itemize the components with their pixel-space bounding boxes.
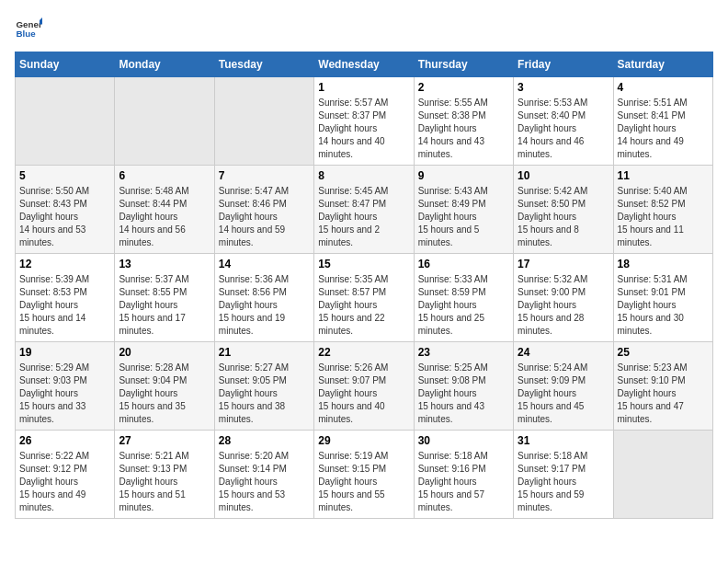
day-number: 3 — [518, 81, 609, 94]
day-number: 14 — [219, 258, 310, 270]
calendar-cell: 18Sunrise: 5:31 AMSunset: 9:01 PMDayligh… — [613, 254, 712, 342]
day-number: 8 — [318, 169, 409, 182]
calendar-cell: 20Sunrise: 5:28 AMSunset: 9:04 PMDayligh… — [115, 342, 214, 431]
calendar-cell: 1Sunrise: 5:57 AMSunset: 8:37 PMDaylight… — [314, 77, 414, 166]
calendar-cell: 11Sunrise: 5:40 AMSunset: 8:52 PMDayligh… — [613, 166, 712, 254]
calendar-cell: 6Sunrise: 5:48 AMSunset: 8:44 PMDaylight… — [115, 166, 214, 254]
day-info: Sunrise: 5:45 AMSunset: 8:47 PMDaylight … — [318, 185, 409, 249]
day-number: 13 — [119, 258, 210, 270]
day-number: 24 — [518, 346, 609, 359]
day-info: Sunrise: 5:29 AMSunset: 9:03 PMDaylight … — [19, 362, 110, 426]
day-number: 9 — [418, 169, 509, 182]
day-number: 20 — [119, 346, 210, 359]
logo-icon: General Blue — [15, 15, 42, 42]
day-info: Sunrise: 5:23 AMSunset: 9:10 PMDaylight … — [618, 362, 709, 426]
day-number: 15 — [318, 258, 409, 270]
calendar-cell: 8Sunrise: 5:45 AMSunset: 8:47 PMDaylight… — [314, 166, 414, 254]
day-number: 17 — [518, 258, 609, 270]
day-number: 7 — [219, 169, 310, 182]
calendar-cell: 4Sunrise: 5:51 AMSunset: 8:41 PMDaylight… — [613, 77, 712, 166]
calendar-week-4: 19Sunrise: 5:29 AMSunset: 9:03 PMDayligh… — [16, 342, 713, 431]
day-info: Sunrise: 5:48 AMSunset: 8:44 PMDaylight … — [119, 185, 210, 249]
day-number: 28 — [219, 434, 310, 447]
calendar-cell: 2Sunrise: 5:55 AMSunset: 8:38 PMDaylight… — [414, 77, 513, 166]
day-number: 4 — [618, 81, 709, 94]
day-info: Sunrise: 5:32 AMSunset: 9:00 PMDaylight … — [518, 273, 609, 338]
calendar-cell: 12Sunrise: 5:39 AMSunset: 8:53 PMDayligh… — [16, 254, 115, 342]
calendar-cell: 15Sunrise: 5:35 AMSunset: 8:57 PMDayligh… — [314, 254, 414, 342]
calendar-cell: 26Sunrise: 5:22 AMSunset: 9:12 PMDayligh… — [16, 431, 115, 519]
day-info: Sunrise: 5:43 AMSunset: 8:49 PMDaylight … — [418, 185, 509, 249]
day-number: 1 — [318, 81, 409, 94]
day-number: 27 — [119, 434, 210, 447]
svg-text:Blue: Blue — [17, 29, 37, 39]
day-number: 30 — [418, 434, 509, 447]
calendar-cell: 24Sunrise: 5:24 AMSunset: 9:09 PMDayligh… — [514, 342, 613, 431]
day-info: Sunrise: 5:57 AMSunset: 8:37 PMDaylight … — [318, 97, 409, 161]
calendar-cell: 23Sunrise: 5:25 AMSunset: 9:08 PMDayligh… — [414, 342, 513, 431]
calendar-cell: 7Sunrise: 5:47 AMSunset: 8:46 PMDaylight… — [214, 166, 313, 254]
calendar-week-2: 5Sunrise: 5:50 AMSunset: 8:43 PMDaylight… — [16, 166, 713, 254]
day-number: 19 — [19, 346, 110, 359]
day-info: Sunrise: 5:47 AMSunset: 8:46 PMDaylight … — [219, 185, 310, 249]
logo: General Blue — [15, 15, 42, 42]
calendar-cell: 13Sunrise: 5:37 AMSunset: 8:55 PMDayligh… — [115, 254, 214, 342]
day-info: Sunrise: 5:22 AMSunset: 9:12 PMDaylight … — [19, 450, 110, 514]
calendar-cell: 31Sunrise: 5:18 AMSunset: 9:17 PMDayligh… — [514, 431, 613, 519]
day-number: 6 — [119, 169, 210, 182]
calendar-cell: 17Sunrise: 5:32 AMSunset: 9:00 PMDayligh… — [514, 254, 613, 342]
calendar-cell: 19Sunrise: 5:29 AMSunset: 9:03 PMDayligh… — [16, 342, 115, 431]
day-info: Sunrise: 5:53 AMSunset: 8:40 PMDaylight … — [518, 97, 609, 161]
day-info: Sunrise: 5:31 AMSunset: 9:01 PMDaylight … — [618, 273, 709, 338]
day-number: 23 — [418, 346, 509, 359]
day-info: Sunrise: 5:24 AMSunset: 9:09 PMDaylight … — [518, 362, 609, 426]
calendar-cell: 3Sunrise: 5:53 AMSunset: 8:40 PMDaylight… — [514, 77, 613, 166]
calendar-cell — [16, 77, 115, 166]
calendar-cell: 10Sunrise: 5:42 AMSunset: 8:50 PMDayligh… — [514, 166, 613, 254]
day-info: Sunrise: 5:50 AMSunset: 8:43 PMDaylight … — [19, 185, 110, 249]
svg-text:General: General — [17, 19, 43, 29]
calendar-header-saturday: Saturday — [613, 52, 712, 77]
calendar-header-row: SundayMondayTuesdayWednesdayThursdayFrid… — [16, 52, 713, 77]
calendar-cell: 16Sunrise: 5:33 AMSunset: 8:59 PMDayligh… — [414, 254, 513, 342]
day-number: 31 — [518, 434, 609, 447]
day-info: Sunrise: 5:26 AMSunset: 9:07 PMDaylight … — [318, 362, 409, 426]
calendar-cell: 21Sunrise: 5:27 AMSunset: 9:05 PMDayligh… — [214, 342, 313, 431]
calendar-cell: 22Sunrise: 5:26 AMSunset: 9:07 PMDayligh… — [314, 342, 414, 431]
day-number: 25 — [618, 346, 709, 359]
calendar-cell: 5Sunrise: 5:50 AMSunset: 8:43 PMDaylight… — [16, 166, 115, 254]
day-info: Sunrise: 5:18 AMSunset: 9:16 PMDaylight … — [418, 450, 509, 514]
calendar-cell: 28Sunrise: 5:20 AMSunset: 9:14 PMDayligh… — [214, 431, 313, 519]
day-info: Sunrise: 5:25 AMSunset: 9:08 PMDaylight … — [418, 362, 509, 426]
calendar-cell: 29Sunrise: 5:19 AMSunset: 9:15 PMDayligh… — [314, 431, 414, 519]
day-number: 18 — [618, 258, 709, 270]
calendar-week-1: 1Sunrise: 5:57 AMSunset: 8:37 PMDaylight… — [16, 77, 713, 166]
page-header: General Blue — [15, 15, 713, 42]
day-number: 26 — [19, 434, 110, 447]
calendar-cell: 30Sunrise: 5:18 AMSunset: 9:16 PMDayligh… — [414, 431, 513, 519]
calendar-header-thursday: Thursday — [414, 52, 513, 77]
day-info: Sunrise: 5:19 AMSunset: 9:15 PMDaylight … — [318, 450, 409, 514]
day-number: 12 — [19, 258, 110, 270]
calendar-week-3: 12Sunrise: 5:39 AMSunset: 8:53 PMDayligh… — [16, 254, 713, 342]
calendar-week-5: 26Sunrise: 5:22 AMSunset: 9:12 PMDayligh… — [16, 431, 713, 519]
day-info: Sunrise: 5:21 AMSunset: 9:13 PMDaylight … — [119, 450, 210, 514]
day-info: Sunrise: 5:20 AMSunset: 9:14 PMDaylight … — [219, 450, 310, 514]
day-number: 11 — [618, 169, 709, 182]
calendar-cell: 25Sunrise: 5:23 AMSunset: 9:10 PMDayligh… — [613, 342, 712, 431]
calendar-table: SundayMondayTuesdayWednesdayThursdayFrid… — [15, 52, 713, 519]
day-info: Sunrise: 5:35 AMSunset: 8:57 PMDaylight … — [318, 273, 409, 338]
calendar-header-monday: Monday — [115, 52, 214, 77]
calendar-cell: 27Sunrise: 5:21 AMSunset: 9:13 PMDayligh… — [115, 431, 214, 519]
day-info: Sunrise: 5:42 AMSunset: 8:50 PMDaylight … — [518, 185, 609, 249]
day-info: Sunrise: 5:36 AMSunset: 8:56 PMDaylight … — [219, 273, 310, 338]
day-info: Sunrise: 5:27 AMSunset: 9:05 PMDaylight … — [219, 362, 310, 426]
day-info: Sunrise: 5:33 AMSunset: 8:59 PMDaylight … — [418, 273, 509, 338]
calendar-cell: 9Sunrise: 5:43 AMSunset: 8:49 PMDaylight… — [414, 166, 513, 254]
calendar-header-friday: Friday — [514, 52, 613, 77]
day-number: 16 — [418, 258, 509, 270]
day-number: 29 — [318, 434, 409, 447]
day-number: 21 — [219, 346, 310, 359]
calendar-cell — [115, 77, 214, 166]
calendar-cell — [613, 431, 712, 519]
